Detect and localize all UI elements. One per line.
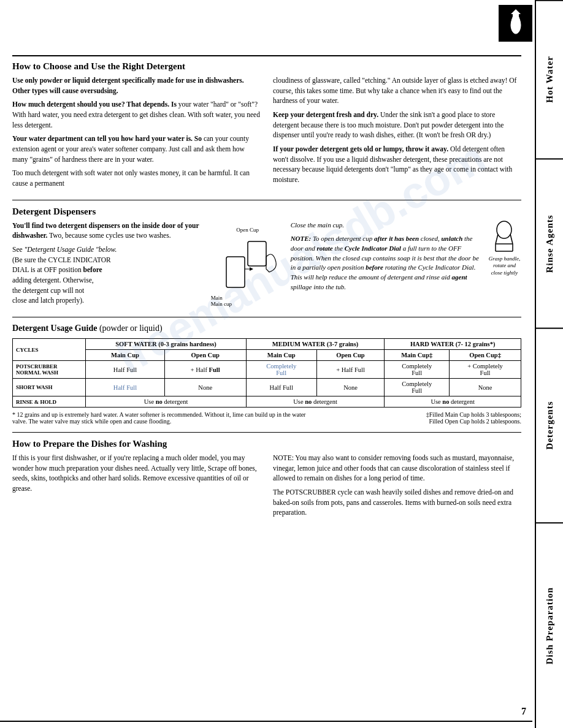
short-med-open: None [316,379,385,396]
short-hard-main: CompletelyFull [385,379,450,396]
svg-point-4 [497,221,511,238]
dispenser-left-text: You'll find two detergent dispensers on … [12,221,205,309]
tab-rinse-agents: Rinse Agents [536,158,563,328]
short-hard-open: None [450,379,521,396]
usage-table-container: CYCLES SOFT WATER (0-3 grains hardness) … [12,338,521,408]
detergent-p3: Your water department can tell you how h… [12,134,261,164]
divider-3 [12,432,521,433]
tab-hot-water: Hot Water [536,0,563,158]
footnote-right: ‡Filled Main Cup holds 3 tablespoons;Fil… [323,411,521,425]
short-soft-main: Half Full [86,379,164,396]
grasp-hand-svg [491,221,518,254]
detergent-title: How to Choose and Use the Right Detergen… [12,61,521,72]
usage-guide-title: Detergent Usage Guide (powder or liquid) [12,324,521,333]
dish-left-col: If this is your first dishwasher, or if … [12,453,261,521]
table-row: POTSCRUBBERNORMAL WASH Half Full + Half … [13,361,521,379]
right-col-dispenser: Close the main cup. NOTE: To open deterg… [291,221,521,297]
main-content: How to Choose and Use the Right Detergen… [0,0,534,535]
short-med-main: Half Full [246,379,316,396]
rinse-hard: Use no detergent [385,396,521,408]
table-row: RINSE & HOLD Use no detergent Use no det… [13,396,521,408]
detergent-content: Use only powder or liquid detergent spec… [12,75,521,192]
dispensers-intro: You'll find two detergent dispensers on … [12,221,205,241]
detergent-p1: Use only powder or liquid detergent spec… [12,75,261,96]
close-cup-italic: Close the main cup. [291,221,481,230]
top-icon [499,5,532,42]
soft-open-cup: Open Cup [164,350,246,361]
svg-rect-1 [226,257,245,287]
rinse-soft: Use no detergent [86,396,246,408]
pot-med-main: CompletelyFull [246,361,316,379]
rinse-med: Use no detergent [246,396,385,408]
bottom-border-line [0,721,532,722]
rinse-hold-cycle: RINSE & HOLD [13,396,86,408]
pot-hard-open: + CompletelyFull [450,361,521,379]
detergent-left-col: Use only powder or liquid detergent spec… [12,75,261,192]
svg-rect-0 [248,241,266,266]
detergent-p4: Too much detergent with soft water not o… [12,168,261,188]
main-cup-label: MainMain cup [211,295,285,307]
detergent-p2: How much detergent should you use? That … [12,99,261,130]
tab-dish-preparation: Dish Preparation [536,522,563,728]
med-open-cup: Open Cup [316,350,385,361]
tab-detergents: Detergents [536,328,563,522]
svg-marker-3 [250,267,253,271]
pot-soft-main: Half Full [86,361,164,379]
divider-1 [12,200,521,200]
footnote-left: * 12 grains and up is extremely hard wat… [12,411,310,425]
detergent-p5: cloudiness of glassware, called "etching… [273,75,521,106]
dispenser-right-instructions: Close the main cup. NOTE: To open deterg… [291,221,481,297]
right-tabs: Hot Water Rinse Agents Detergents Dish P… [535,0,563,728]
pot-soft-open: + Half Full [164,361,246,379]
table-row: SHORT WASH Half Full None Half Full None… [13,379,521,396]
page-number: 7 [521,706,526,717]
grasp-note: Grasp handle, rotate and close tightly [488,256,521,277]
detergent-p6: Keep your detergent fresh and dry. Under… [273,110,521,140]
footnote: * 12 grains and up is extremely hard wat… [12,411,521,425]
dispenser-diagram-col: Open Cup MainMain cup [211,227,285,307]
table-header-row-2: Main Cup Open Cup Main Cup Open Cup Main… [13,350,521,361]
dish-right-col: NOTE: You may also want to consider remo… [273,453,521,521]
detergent-p7: If your powder detergent gets old or lum… [273,144,521,185]
hard-main-cup: Main Cup‡ [385,350,450,361]
grasp-col: Grasp handle, rotate and close tightly [488,221,521,277]
dish-prep-content: If this is your first dishwasher, or if … [12,453,521,521]
short-wash-cycle: SHORT WASH [13,379,86,396]
soft-main-cup: Main Cup [86,350,164,361]
dish-left-text: If this is your first dishwasher, or if … [12,453,261,494]
usage-guide-section: Detergent Usage Guide (powder or liquid)… [12,324,521,425]
potscrubber-cycle: POTSCRUBBERNORMAL WASH [13,361,86,379]
table-header-row-1: CYCLES SOFT WATER (0-3 grains hardness) … [13,339,521,350]
dispensers-title: Detergent Dispensers [12,207,521,217]
table-hard-header: HARD WATER (7- 12 grains*) [385,339,521,350]
med-main-cup: Main Cup [246,350,316,361]
dispenser-svg [214,235,282,297]
dish-prep-section: How to Prepare the Dishes for Washing If… [12,439,521,521]
hard-open-cup: Open Cup‡ [450,350,521,361]
pot-med-open: + Half Full [316,361,385,379]
pot-hard-main: CompletelyFull [385,361,450,379]
dish-right-text-2: The POTSCRUBBER cycle can wash heavily s… [273,487,521,518]
dispensers-see: See "Detergent Usage Guide "below. (Be s… [12,245,205,306]
page-container: freemanualsdb.com Hot Water Rinse Agents… [0,0,563,728]
dish-right-text-1: NOTE: You may also want to consider remo… [273,453,521,483]
detergent-section: How to Choose and Use the Right Detergen… [12,55,521,192]
grasp-hand-area: Close the main cup. NOTE: To open deterg… [291,221,521,297]
usage-table: CYCLES SOFT WATER (0-3 grains hardness) … [12,338,521,408]
dish-prep-title: How to Prepare the Dishes for Washing [12,439,521,449]
table-medium-header: MEDIUM WATER (3-7 grains) [246,339,385,350]
note-text: NOTE: To open detergent cup after it has… [291,234,481,293]
detergent-right-col: cloudiness of glassware, called "etching… [273,75,521,192]
svg-line-6 [510,234,513,244]
table-cycles-header: CYCLES [13,339,86,361]
divider-2 [12,317,521,317]
table-soft-header: SOFT WATER (0-3 grains hardness) [86,339,246,350]
svg-line-5 [496,234,498,244]
open-cup-label: Open Cup [211,227,285,233]
dispenser-image-area: You'll find two detergent dispensers on … [12,221,521,309]
dispensers-section: Detergent Dispensers You'll find two det… [12,207,521,309]
short-soft-open: None [164,379,246,396]
